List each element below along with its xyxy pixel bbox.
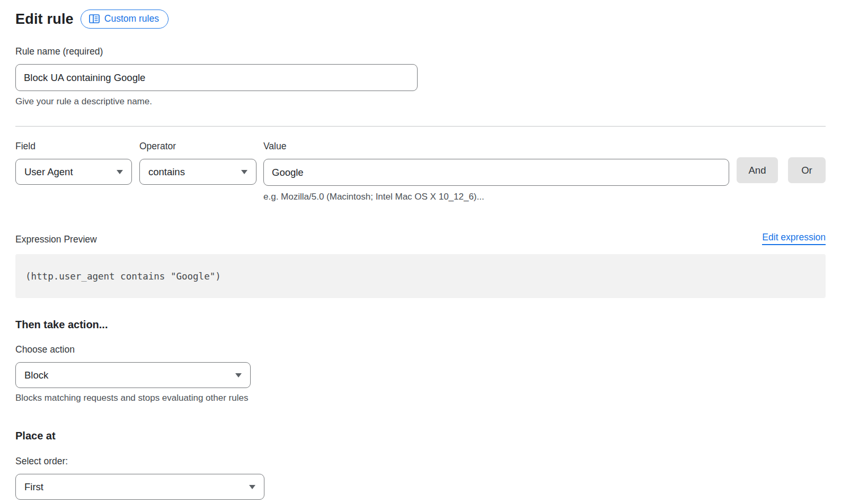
value-input[interactable] [263,159,729,186]
order-select[interactable]: First [15,474,264,500]
rule-name-group: Rule name (required) Give your rule a de… [15,46,826,107]
caret-down-icon [117,170,123,174]
rule-name-input[interactable] [15,64,418,91]
condition-row: Field User Agent Operator contains Value… [15,141,826,202]
page-title: Edit rule [15,11,74,28]
expression-header: Expression Preview Edit expression [15,232,826,245]
action-heading: Then take action... [15,319,826,331]
action-section: Then take action... Choose action Block … [15,319,826,403]
placement-section: Place at Select order: First [15,430,826,500]
action-select-value: Block [24,370,48,381]
select-order-label: Select order: [15,456,826,467]
section-divider [15,126,826,127]
custom-rules-badge[interactable]: Custom rules [81,10,169,29]
value-help: e.g. Mozilla/5.0 (Macintosh; Intel Mac O… [263,192,729,202]
operator-column: Operator contains [139,141,256,185]
custom-rules-badge-label: Custom rules [104,13,159,24]
operator-label: Operator [139,141,256,152]
edit-rule-page: Edit rule Custom rules Rule name (requir… [0,0,841,500]
action-help: Blocks matching requests and stops evalu… [15,393,826,403]
rule-name-help: Give your rule a descriptive name. [15,96,826,107]
operator-select[interactable]: contains [139,159,256,185]
caret-down-icon [235,373,242,377]
place-at-heading: Place at [15,430,826,442]
expression-preview-box: (http.user_agent contains "Google") [15,254,826,298]
field-label: Field [15,141,132,152]
or-button[interactable]: Or [788,157,826,183]
expression-section: Expression Preview Edit expression (http… [15,232,826,298]
choose-action-label: Choose action [15,344,826,355]
field-select-value: User Agent [24,166,73,178]
page-header: Edit rule Custom rules [15,10,826,29]
edit-expression-link[interactable]: Edit expression [762,232,826,245]
action-select[interactable]: Block [15,362,251,388]
field-select[interactable]: User Agent [15,159,132,185]
order-select-value: First [24,481,43,493]
value-column: Value e.g. Mozilla/5.0 (Macintosh; Intel… [263,141,729,202]
caret-down-icon [241,170,247,174]
expression-preview-label: Expression Preview [15,234,97,245]
expression-code: (http.user_agent contains "Google") [25,271,221,282]
rule-name-label: Rule name (required) [15,46,826,57]
and-button[interactable]: And [737,157,778,183]
caret-down-icon [249,485,255,489]
book-icon [89,14,100,23]
value-label: Value [263,141,729,152]
field-column: Field User Agent [15,141,132,185]
operator-select-value: contains [148,166,185,178]
